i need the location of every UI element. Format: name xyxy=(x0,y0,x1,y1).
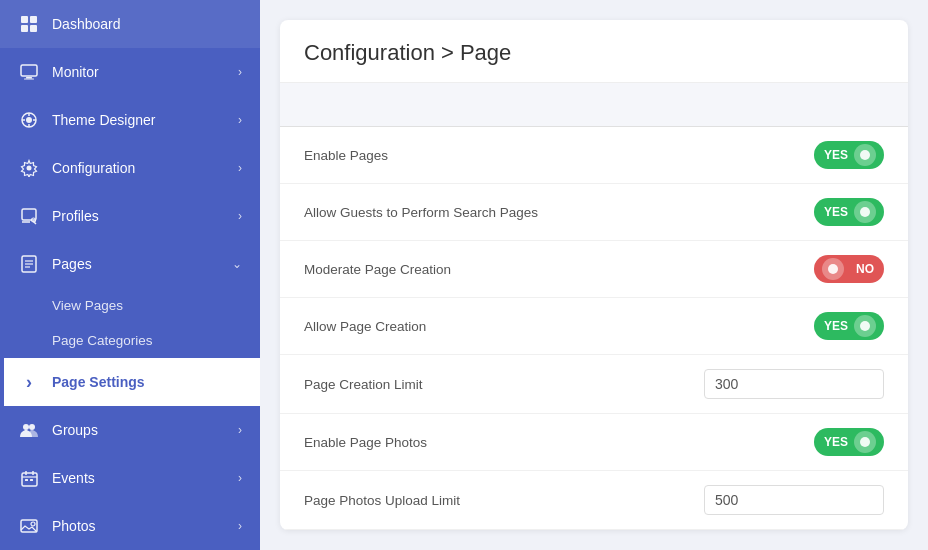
sidebar-item-page-settings[interactable]: › Page Settings xyxy=(0,358,260,406)
svg-rect-1 xyxy=(30,16,37,23)
number-input-page-photos-upload-limit[interactable] xyxy=(704,485,884,515)
sidebar-item-profiles[interactable]: Profiles › xyxy=(0,192,260,240)
pages-icon xyxy=(18,253,40,275)
svg-rect-4 xyxy=(21,65,37,76)
main-content: Configuration > Page Enable PagesYESAllo… xyxy=(260,0,928,550)
svg-point-23 xyxy=(29,424,35,430)
setting-control-page-photos-upload-limit[interactable] xyxy=(704,485,884,515)
toggle-label-allow-guests-search: YES xyxy=(824,205,848,219)
setting-row-moderate-page-creation: Moderate Page CreationNO xyxy=(280,241,908,298)
svg-point-31 xyxy=(31,522,35,526)
toggle-allow-page-creation[interactable]: YES xyxy=(814,312,884,340)
photos-icon xyxy=(18,515,40,537)
setting-control-allow-guests-search[interactable]: YES xyxy=(814,198,884,226)
content-header: Configuration > Page xyxy=(280,20,908,83)
number-input-page-creation-limit[interactable] xyxy=(704,369,884,399)
theme-icon xyxy=(18,109,40,131)
svg-point-22 xyxy=(23,424,29,430)
toggle-label-enable-page-photos: YES xyxy=(824,435,848,449)
sidebar-item-pages[interactable]: Pages ⌄ xyxy=(0,240,260,288)
setting-control-enable-page-photos[interactable]: YES xyxy=(814,428,884,456)
sidebar-item-events[interactable]: Events › xyxy=(0,454,260,502)
arrow-icon: › xyxy=(18,371,40,393)
page-title: Configuration > Page xyxy=(304,40,884,66)
svg-rect-24 xyxy=(22,473,37,486)
toggle-label-allow-page-creation: YES xyxy=(824,319,848,333)
toggle-label-moderate-page-creation: NO xyxy=(856,262,874,276)
sidebar-label-monitor: Monitor xyxy=(52,64,99,80)
svg-rect-0 xyxy=(21,16,28,23)
setting-label-moderate-page-creation: Moderate Page Creation xyxy=(304,262,814,277)
svg-rect-29 xyxy=(30,479,33,481)
setting-control-enable-pages[interactable]: YES xyxy=(814,141,884,169)
dashboard-icon xyxy=(18,13,40,35)
sidebar-sub-item-page-categories[interactable]: Page Categories xyxy=(0,323,260,358)
sidebar-sub-label-page-categories: Page Categories xyxy=(52,333,153,348)
sidebar-label-page-settings: Page Settings xyxy=(52,374,145,390)
app-container: Dashboard Monitor › xyxy=(0,0,928,550)
sidebar-label-photos: Photos xyxy=(52,518,96,534)
sidebar-sub-item-view-pages[interactable]: View Pages xyxy=(0,288,260,323)
tab-bar xyxy=(280,83,908,127)
chevron-photos-icon: › xyxy=(238,519,242,533)
sidebar-sub-label-view-pages: View Pages xyxy=(52,298,123,313)
svg-rect-2 xyxy=(21,25,28,32)
svg-point-13 xyxy=(27,166,32,171)
setting-row-allow-page-creation: Allow Page CreationYES xyxy=(280,298,908,355)
sidebar-label-profiles: Profiles xyxy=(52,208,99,224)
setting-label-allow-page-creation: Allow Page Creation xyxy=(304,319,814,334)
sidebar-label-events: Events xyxy=(52,470,95,486)
sidebar-label-configuration: Configuration xyxy=(52,160,135,176)
chevron-config-icon: › xyxy=(238,161,242,175)
setting-control-allow-page-creation[interactable]: YES xyxy=(814,312,884,340)
setting-label-enable-pages: Enable Pages xyxy=(304,148,814,163)
setting-label-allow-guests-search: Allow Guests to Perform Search Pages xyxy=(304,205,814,220)
svg-rect-6 xyxy=(24,79,34,80)
sidebar-label-dashboard: Dashboard xyxy=(52,16,121,32)
chevron-monitor-icon: › xyxy=(238,65,242,79)
toggle-enable-page-photos[interactable]: YES xyxy=(814,428,884,456)
toggle-moderate-page-creation[interactable]: NO xyxy=(814,255,884,283)
setting-row-page-photos-upload-limit: Page Photos Upload Limit xyxy=(280,471,908,530)
groups-icon xyxy=(18,419,40,441)
toggle-allow-guests-search[interactable]: YES xyxy=(814,198,884,226)
sidebar: Dashboard Monitor › xyxy=(0,0,260,550)
sidebar-item-photos[interactable]: Photos › xyxy=(0,502,260,550)
toggle-knob-enable-page-photos xyxy=(854,431,876,453)
setting-control-page-creation-limit[interactable] xyxy=(704,369,884,399)
setting-row-page-creation-limit: Page Creation Limit xyxy=(280,355,908,414)
toggle-knob-enable-pages xyxy=(854,144,876,166)
sidebar-item-groups[interactable]: Groups › xyxy=(0,406,260,454)
toggle-enable-pages[interactable]: YES xyxy=(814,141,884,169)
chevron-theme-icon: › xyxy=(238,113,242,127)
svg-rect-3 xyxy=(30,25,37,32)
monitor-icon xyxy=(18,61,40,83)
chevron-events-icon: › xyxy=(238,471,242,485)
toggle-label-enable-pages: YES xyxy=(824,148,848,162)
content-card: Configuration > Page Enable PagesYESAllo… xyxy=(280,20,908,530)
sidebar-item-dashboard[interactable]: Dashboard xyxy=(0,0,260,48)
chevron-groups-icon: › xyxy=(238,423,242,437)
setting-control-moderate-page-creation[interactable]: NO xyxy=(814,255,884,283)
toggle-knob-allow-guests-search xyxy=(854,201,876,223)
setting-row-allow-guests-search: Allow Guests to Perform Search PagesYES xyxy=(280,184,908,241)
setting-label-enable-page-photos: Enable Page Photos xyxy=(304,435,814,450)
svg-rect-28 xyxy=(25,479,28,481)
config-icon xyxy=(18,157,40,179)
profiles-icon xyxy=(18,205,40,227)
svg-rect-5 xyxy=(26,77,32,79)
sidebar-label-theme-designer: Theme Designer xyxy=(52,112,156,128)
sidebar-item-monitor[interactable]: Monitor › xyxy=(0,48,260,96)
sidebar-item-theme-designer[interactable]: Theme Designer › xyxy=(0,96,260,144)
setting-row-enable-pages: Enable PagesYES xyxy=(280,127,908,184)
svg-point-8 xyxy=(26,117,32,123)
chevron-profiles-icon: › xyxy=(238,209,242,223)
setting-label-page-photos-upload-limit: Page Photos Upload Limit xyxy=(304,493,704,508)
sidebar-label-pages: Pages xyxy=(52,256,92,272)
sidebar-item-configuration[interactable]: Configuration › xyxy=(0,144,260,192)
setting-label-page-creation-limit: Page Creation Limit xyxy=(304,377,704,392)
sidebar-label-groups: Groups xyxy=(52,422,98,438)
chevron-pages-icon: ⌄ xyxy=(232,257,242,271)
setting-row-enable-page-photos: Enable Page PhotosYES xyxy=(280,414,908,471)
toggle-knob-moderate-page-creation xyxy=(822,258,844,280)
